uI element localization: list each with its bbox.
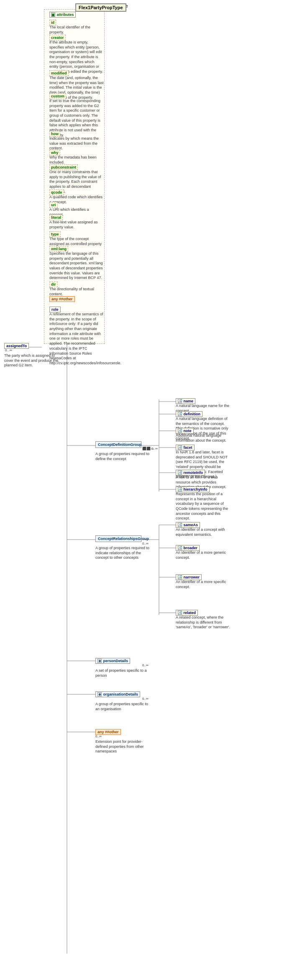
desc-related: A related concept, where the relationshi… (176, 615, 230, 630)
person-details-icon: ⊕ (97, 659, 102, 663)
desc-creator: If the attribute is empty, specifies whi… (49, 40, 104, 74)
cdf-mult-right: 0..∞ (151, 447, 158, 450)
desc-broader: An identifier of a more generic concept. (176, 550, 230, 560)
elem-note-icon: 🔗 (178, 429, 182, 433)
attr-dir: dir (49, 281, 58, 287)
desc-hierarchyinfo: Represents the position of a concept in … (176, 492, 230, 521)
elem-narrower-icon: 🔗 (178, 575, 182, 579)
org-mult: 0..∞ (142, 697, 149, 701)
desc-dir: The directionality of textual content. (49, 287, 104, 297)
desc-id: The local identifier of the property. (49, 25, 104, 35)
elem-role: role (49, 307, 61, 312)
desc-sameas: An identifier of a concept with equivale… (176, 527, 230, 537)
assignedto-multiplicity: 0...∞ (5, 348, 12, 352)
flex1-title: Flex1PartyPropType (75, 3, 126, 12)
attr-xmllang: xml:lang (49, 246, 68, 252)
any-other-bottom-mult: 0..∞ (95, 734, 102, 738)
desc-note: Additional natural language information … (176, 433, 230, 443)
elem-definition: 🔗 definition (176, 411, 202, 417)
elem-related: 🔗 related (176, 610, 198, 616)
org-details-icon: ⊕ (97, 692, 102, 696)
elem-related-icon: 🔗 (178, 611, 182, 615)
desc-how: Indicates by which means the value was e… (49, 136, 104, 151)
attr-creator: creator (49, 35, 66, 41)
any-other-bottom: any ##other (95, 729, 121, 735)
desc-person: A set of properties specific to a person (95, 668, 150, 678)
concept-relationships-group: ConceptRelationshipsGroup (95, 535, 141, 542)
attributes-box: ▣ attributes (49, 12, 76, 18)
elem-name-icon: 🔗 (178, 399, 182, 403)
desc-literal: A free-text value assigned as property v… (49, 220, 104, 230)
person-mult: 0..∞ (142, 663, 149, 667)
elem-note: 🔗 note (176, 428, 194, 434)
elem-narrower: 🔗 narrower (176, 574, 202, 580)
elem-remoteinfo-icon: 🔗 (178, 471, 182, 475)
crg-mult: 0..∞ (142, 542, 149, 545)
attr-id: id (49, 20, 56, 26)
attr-uri: uri (49, 202, 58, 208)
elem-broader: 🔗 broader (176, 545, 200, 551)
desc-cdf: A group of properties required to define… (95, 452, 150, 461)
attr-modified: modified (49, 70, 69, 76)
elem-sameas-icon: 🔗 (178, 523, 182, 527)
desc-why: Why the metadata has been included. (49, 155, 104, 165)
elem-hierarchyinfo-icon: 🔗 (178, 487, 182, 491)
elem-facet: 🔗 facet (176, 445, 195, 450)
connector-lines (0, 0, 287, 980)
any-other-element: any ##other (49, 296, 75, 302)
elem-assignedto: assignedTo (4, 343, 29, 349)
attr-how: how (49, 131, 60, 137)
attr-qcode: qcode (49, 189, 64, 195)
attr-pubconstraint: pubconstraint (49, 164, 78, 170)
desc-any-other-bottom: Extension point for provider-defined pro… (95, 739, 150, 754)
desc-org: A group of properties specific to an org… (95, 702, 150, 711)
elem-hierarchyinfo: 🔗 hierarchyInfo (176, 486, 210, 492)
elem-sameas: 🔗 sameAs (176, 522, 200, 528)
desc-xmllang: Specifies the language of this property … (49, 251, 104, 281)
attr-custom: custom (49, 93, 66, 99)
attr-literal: literal (49, 215, 63, 220)
attributes-icon: ▣ (51, 13, 55, 17)
elem-facet-icon: 🔗 (178, 445, 182, 450)
elem-remoteinfo: 🔗 remoteInfo (176, 470, 205, 476)
person-details: ⊕ personDetails (95, 658, 130, 664)
elem-name: 🔗 name (176, 398, 195, 404)
attr-type: type (49, 231, 61, 237)
diagram-container: Flex1PartyPropType Flex1PartyPropType ▣ … (0, 0, 287, 980)
elem-broader-icon: 🔗 (178, 546, 182, 550)
organisation-details: ⊕ organisationDetails (95, 691, 140, 697)
elem-definition-icon: 🔗 (178, 412, 182, 416)
desc-crg: A group of properties required to indica… (95, 546, 150, 560)
desc-narrower: An identifier of a more specific concept… (176, 580, 230, 589)
concept-definition-group: ConceptDefinitionGroup (95, 441, 141, 448)
desc-assignedto: The party which is assigned to cover the… (4, 353, 59, 368)
attr-why: why (49, 150, 60, 156)
